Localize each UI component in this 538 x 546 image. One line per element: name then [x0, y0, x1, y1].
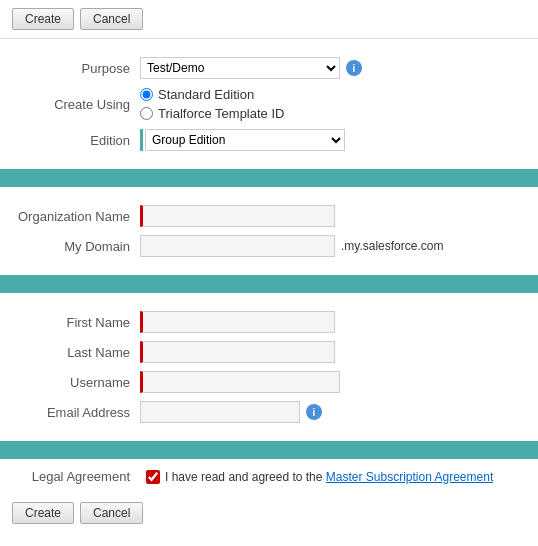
cancel-button-bottom[interactable]: Cancel: [80, 502, 143, 524]
legal-agreement-row: Legal Agreement I have read and agreed t…: [0, 459, 538, 494]
cancel-button-top[interactable]: Cancel: [80, 8, 143, 30]
legal-link[interactable]: Master Subscription Agreement: [326, 470, 493, 484]
last-name-label: Last Name: [10, 345, 140, 360]
legal-prefix: I have read and agreed to the: [165, 470, 326, 484]
first-name-label: First Name: [10, 315, 140, 330]
org-name-label: Organization Name: [10, 209, 140, 224]
domain-suffix: .my.salesforce.com: [341, 239, 443, 253]
create-using-label: Create Using: [10, 97, 140, 112]
my-domain-control: .my.salesforce.com: [140, 235, 443, 257]
standard-edition-label: Standard Edition: [158, 87, 254, 102]
section-divider-3: [0, 441, 538, 459]
trialforce-radio[interactable]: [140, 107, 153, 120]
purpose-section: Purpose Test/DemoProductionDevelopment i…: [0, 39, 538, 169]
standard-edition-radio[interactable]: [140, 88, 153, 101]
purpose-row: Purpose Test/DemoProductionDevelopment i: [0, 57, 538, 79]
my-domain-row: My Domain .my.salesforce.com: [0, 235, 538, 257]
email-row: Email Address i: [0, 401, 538, 423]
last-name-wrap: [140, 341, 335, 363]
username-input[interactable]: [140, 371, 340, 393]
section-divider-2: [0, 275, 538, 293]
last-name-row: Last Name: [0, 341, 538, 363]
purpose-control: Test/DemoProductionDevelopment i: [140, 57, 362, 79]
create-using-control: Standard Edition Trialforce Template ID: [140, 87, 284, 121]
first-name-wrap: [140, 311, 335, 333]
org-name-wrap: [140, 205, 335, 227]
email-label: Email Address: [10, 405, 140, 420]
username-wrap: [140, 371, 340, 393]
top-toolbar: Create Cancel: [0, 0, 538, 39]
org-name-input[interactable]: [140, 205, 335, 227]
my-domain-label: My Domain: [10, 239, 140, 254]
create-button-top[interactable]: Create: [12, 8, 74, 30]
create-using-radio-group: Standard Edition Trialforce Template ID: [140, 87, 284, 121]
first-name-input[interactable]: [140, 311, 335, 333]
email-input[interactable]: [140, 401, 300, 423]
create-using-row: Create Using Standard Edition Trialforce…: [0, 87, 538, 121]
trialforce-option: Trialforce Template ID: [140, 106, 284, 121]
trialforce-label: Trialforce Template ID: [158, 106, 284, 121]
standard-edition-option: Standard Edition: [140, 87, 284, 102]
my-domain-input[interactable]: [140, 235, 335, 257]
username-label: Username: [10, 375, 140, 390]
create-button-bottom[interactable]: Create: [12, 502, 74, 524]
legal-content: I have read and agreed to the Master Sub…: [146, 470, 493, 484]
legal-checkbox[interactable]: [146, 470, 160, 484]
bottom-toolbar: Create Cancel: [0, 494, 538, 532]
purpose-label: Purpose: [10, 61, 140, 76]
edition-label: Edition: [10, 133, 140, 148]
user-section: First Name Last Name Username Email Addr…: [0, 293, 538, 441]
username-row: Username: [0, 371, 538, 393]
org-name-row: Organization Name: [0, 205, 538, 227]
first-name-row: First Name: [0, 311, 538, 333]
legal-label: Legal Agreement: [10, 469, 140, 484]
purpose-info-icon[interactable]: i: [346, 60, 362, 76]
org-section: Organization Name My Domain .my.salesfor…: [0, 187, 538, 275]
email-info-icon[interactable]: i: [306, 404, 322, 420]
purpose-select[interactable]: Test/DemoProductionDevelopment: [140, 57, 340, 79]
edition-select-wrap: Group EditionProfessional EditionEnterpr…: [140, 129, 345, 151]
edition-select[interactable]: Group EditionProfessional EditionEnterpr…: [145, 129, 345, 151]
legal-text: I have read and agreed to the Master Sub…: [165, 470, 493, 484]
last-name-input[interactable]: [140, 341, 335, 363]
email-control: i: [140, 401, 322, 423]
section-divider-1: [0, 169, 538, 187]
edition-row: Edition Group EditionProfessional Editio…: [0, 129, 538, 151]
